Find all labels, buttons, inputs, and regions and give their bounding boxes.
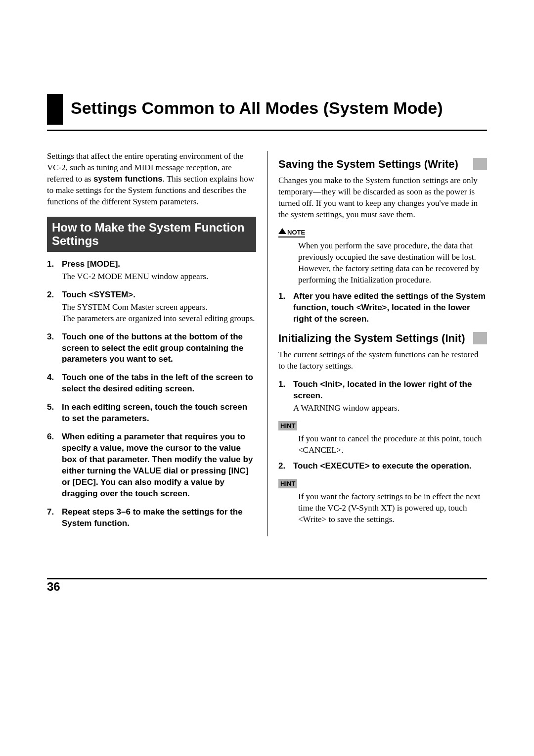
step-title: Touch one of the tabs in the left of the… — [62, 373, 253, 393]
subsection-heading-init-text: Initializing the System Settings (Init) — [278, 332, 465, 344]
left-column: Settings that affect the entire operatin… — [47, 151, 267, 536]
step: 4.Touch one of the tabs in the left of t… — [47, 372, 256, 395]
step: 7.Repeat steps 3–6 to make the settings … — [47, 507, 256, 529]
title-rule — [47, 130, 487, 131]
page: Settings Common to All Modes (System Mod… — [0, 0, 534, 566]
step-body: A WARNING window appears. — [293, 403, 487, 414]
step-title: In each editing screen, touch the touch … — [62, 402, 247, 423]
step-title: Touch <EXECUTE> to execute the operation… — [293, 461, 472, 471]
init-intro: The current settings of the system funct… — [278, 349, 487, 372]
columns: Settings that affect the entire operatin… — [47, 151, 487, 536]
note-icon: NOTE — [278, 229, 305, 237]
step: 3.Touch one of the buttons at the bottom… — [47, 331, 256, 366]
subsection-heading-init: Initializing the System Settings (Init) — [278, 332, 487, 344]
hint-text-1: If you want to cancel the procedure at t… — [298, 433, 487, 456]
step-title: After you have edited the settings of th… — [293, 291, 486, 324]
right-column: Saving the System Settings (Write) Chang… — [267, 151, 487, 536]
step-number: 6. — [47, 431, 54, 443]
step-number: 1. — [47, 259, 54, 270]
step-number: 2. — [47, 289, 54, 301]
step: 2.Touch <EXECUTE> to execute the operati… — [278, 461, 487, 472]
save-intro: Changes you make to the System function … — [278, 175, 487, 221]
step-title: Touch one of the buttons at the bottom o… — [62, 332, 243, 364]
heading-grey-accent — [473, 158, 487, 170]
note-text: When you perform the save procedure, the… — [298, 240, 487, 286]
hint-callout-2: HINT If you want the factory settings to… — [278, 479, 487, 525]
step: 5.In each editing screen, touch the touc… — [47, 402, 256, 425]
footer-rule — [47, 578, 487, 579]
step: 1.Press [MODE].The VC-2 MODE MENU window… — [47, 259, 256, 283]
page-title: Settings Common to All Modes (System Mod… — [71, 94, 443, 117]
step-number: 1. — [278, 379, 285, 390]
hint-icon: HINT — [278, 479, 297, 488]
step-body: The VC-2 MODE MENU window appears. — [62, 271, 256, 283]
step-number: 4. — [47, 372, 54, 383]
init-steps-2: 2.Touch <EXECUTE> to execute the operati… — [278, 461, 487, 472]
title-decor-bar — [47, 94, 63, 125]
step-title: Repeat steps 3–6 to make the settings fo… — [62, 507, 243, 528]
step-number: 5. — [47, 402, 54, 413]
subsection-heading-save: Saving the System Settings (Write) — [278, 158, 487, 170]
step-number: 7. — [47, 507, 54, 518]
heading-grey-accent — [473, 332, 487, 344]
hint-icon: HINT — [278, 421, 297, 430]
step-number: 3. — [47, 331, 54, 343]
init-steps: 1.Touch <Init>, located in the lower rig… — [278, 379, 487, 414]
hint-text-2: If you want the factory settings to be i… — [298, 491, 487, 525]
intro-bold: system functions — [93, 174, 163, 184]
step: 1.After you have edited the settings of … — [278, 291, 487, 325]
save-steps: 1.After you have edited the settings of … — [278, 291, 487, 325]
page-number: 36 — [47, 580, 60, 594]
step-title: Touch <Init>, located in the lower right… — [293, 379, 472, 400]
title-block: Settings Common to All Modes (System Mod… — [47, 94, 487, 125]
note-callout: NOTE When you perform the save procedure… — [278, 228, 487, 286]
section-heading-left: How to Make the System Function Settings — [47, 217, 256, 252]
subsection-heading-save-text: Saving the System Settings (Write) — [278, 158, 458, 170]
step-body: The SYSTEM Com Master screen appears. Th… — [62, 302, 256, 325]
step: 6.When editing a parameter that requires… — [47, 431, 256, 500]
left-steps: 1.Press [MODE].The VC-2 MODE MENU window… — [47, 259, 256, 529]
step-number: 1. — [278, 291, 285, 302]
step-number: 2. — [278, 461, 285, 472]
hint-callout-1: HINT If you want to cancel the procedure… — [278, 421, 487, 456]
intro-paragraph: Settings that affect the entire operatin… — [47, 151, 256, 208]
step-title: Touch <SYSTEM>. — [62, 290, 135, 299]
step-title: Press [MODE]. — [62, 259, 120, 269]
step: 2.Touch <SYSTEM>.The SYSTEM Com Master s… — [47, 289, 256, 325]
step: 1.Touch <Init>, located in the lower rig… — [278, 379, 487, 414]
step-title: When editing a parameter that requires y… — [62, 432, 253, 498]
